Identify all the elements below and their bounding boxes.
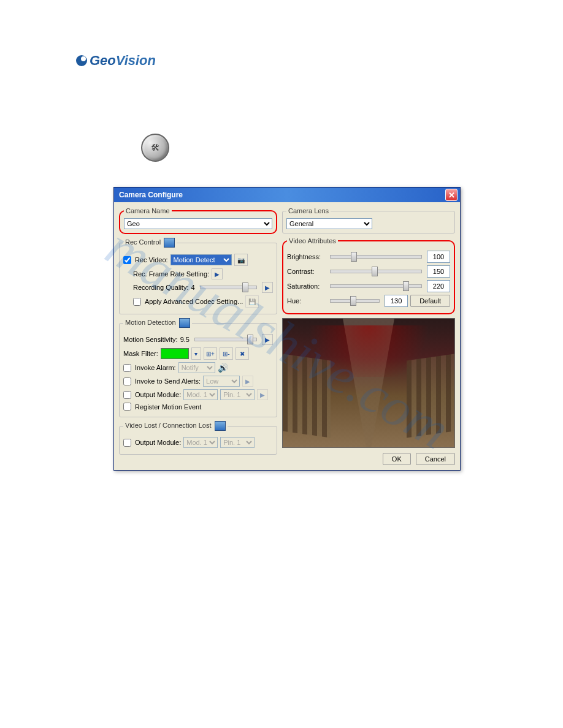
motion-output-mod-select: Mod. 1 (183, 389, 218, 400)
cancel-button[interactable]: Cancel (416, 453, 455, 465)
invoke-alarm-checkbox[interactable] (123, 364, 131, 372)
hue-label: Hue: (287, 297, 325, 305)
apply-codec-label: Apply Advanced Codec Setting... (145, 298, 243, 305)
camera-name-select[interactable]: Geo (124, 218, 272, 229)
lost-output-pin-select: Pin. 1 (220, 437, 255, 448)
mask-add-icon[interactable]: ⊞+ (204, 347, 217, 360)
frame-rate-label: Rec. Frame Rate Setting: (133, 270, 209, 278)
motion-detection-icon[interactable] (179, 318, 190, 328)
brightness-value[interactable] (427, 251, 450, 263)
mask-remove-icon[interactable]: ⊞- (220, 347, 233, 360)
invoke-send-button: ▶ (242, 376, 253, 387)
mask-filter-label: Mask Filter: (123, 350, 158, 357)
rec-control-icon[interactable] (164, 238, 175, 248)
saturation-slider[interactable] (330, 284, 422, 288)
mask-filter-dropdown[interactable]: ▾ (191, 347, 201, 360)
titlebar: Camera Configure ✕ (114, 188, 460, 202)
camera-lens-select[interactable]: General (286, 218, 372, 229)
video-preview (282, 318, 455, 448)
video-lost-group: Video Lost / Connection Lost Output Modu… (119, 421, 277, 455)
lost-output-checkbox[interactable] (123, 439, 131, 447)
register-motion-label: Register Motion Event (135, 403, 201, 411)
ok-button[interactable]: OK (383, 453, 411, 465)
video-attributes-group: Video Attributes Brightness: Contrast: S… (282, 237, 455, 314)
contrast-value[interactable] (427, 265, 450, 278)
register-motion-checkbox[interactable] (123, 403, 131, 411)
motion-sensitivity-value: 9.5 (180, 336, 190, 343)
invoke-send-checkbox[interactable] (123, 377, 131, 385)
lost-output-label: Output Module: (135, 439, 181, 446)
recording-quality-button[interactable]: ▶ (262, 282, 273, 293)
brand-vision: Vision (116, 53, 156, 69)
close-button[interactable]: ✕ (445, 189, 458, 201)
apply-codec-checkbox[interactable] (133, 298, 141, 306)
camera-lens-group: Camera Lens General (282, 207, 455, 233)
default-button[interactable]: Default (410, 295, 450, 307)
hue-value[interactable] (385, 295, 408, 307)
recording-quality-slider[interactable] (200, 286, 257, 289)
apply-codec-button: 💾 (245, 295, 259, 308)
saturation-value[interactable] (427, 280, 450, 292)
motion-sensitivity-slider[interactable] (194, 338, 257, 341)
hue-slider[interactable] (330, 299, 380, 303)
saturation-label: Saturation: (287, 282, 325, 290)
sound-icon[interactable]: 🔊 (218, 363, 228, 373)
invoke-alarm-select: Notify (178, 362, 215, 373)
camera-lens-legend: Camera Lens (286, 207, 331, 214)
motion-output-label: Output Module: (135, 391, 181, 398)
recording-quality-value: 4 (191, 284, 195, 291)
rec-video-select[interactable]: Motion Detect (170, 254, 232, 265)
rec-video-label: Rec Video: (135, 256, 168, 264)
tools-icon: 🛠 (141, 134, 169, 162)
motion-detection-legend: Motion Detection (123, 318, 192, 328)
rec-video-checkbox[interactable] (123, 256, 131, 264)
camera-name-group: Camera Name Geo (119, 207, 277, 234)
video-lost-icon[interactable] (215, 421, 226, 431)
brightness-slider[interactable] (330, 255, 422, 259)
contrast-label: Contrast: (287, 268, 325, 275)
motion-output-checkbox[interactable] (123, 391, 131, 399)
invoke-alarm-label: Invoke Alarm: (135, 364, 176, 371)
frame-rate-button[interactable]: ▶ (212, 268, 223, 279)
rec-control-legend: Rec Control (123, 238, 177, 248)
lost-output-mod-select: Mod. 1 (183, 437, 218, 448)
rec-control-group: Rec Control Rec Video: Motion Detect 📷 R… (119, 238, 277, 314)
mask-clear-icon[interactable]: ✖ (236, 347, 249, 360)
motion-sensitivity-button[interactable]: ▶ (262, 334, 273, 345)
recording-quality-label: Recording Quality: (133, 284, 189, 291)
motion-output-pin-select: Pin. 1 (220, 389, 255, 400)
brand-geo: Geo (90, 53, 116, 69)
motion-output-button: ▶ (257, 389, 268, 400)
rec-video-config-icon[interactable]: 📷 (234, 254, 248, 266)
motion-sensitivity-label: Motion Sensitivity: (123, 336, 178, 343)
camera-configure-dialog: Camera Configure ✕ Camera Name Geo Rec C… (113, 187, 461, 471)
dialog-title: Camera Configure (117, 191, 183, 199)
contrast-slider[interactable] (330, 270, 422, 273)
mask-filter-color[interactable] (161, 348, 189, 359)
video-lost-legend: Video Lost / Connection Lost (123, 421, 228, 431)
motion-detection-group: Motion Detection Motion Sensitivity: 9.5… (119, 318, 277, 417)
logo-icon (76, 55, 87, 66)
brightness-label: Brightness: (287, 253, 325, 260)
video-attributes-legend: Video Attributes (287, 237, 338, 245)
invoke-send-label: Invoke to Send Alerts: (135, 377, 201, 385)
invoke-send-select: Low (203, 376, 240, 387)
brand-logo: GeoVision (76, 53, 156, 69)
camera-name-legend: Camera Name (124, 207, 172, 214)
